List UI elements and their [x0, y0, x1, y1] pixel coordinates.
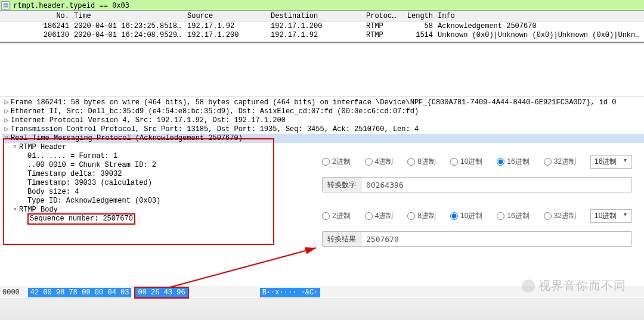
- radix-8[interactable]: 8进制: [407, 211, 436, 221]
- hex-bytes-2[interactable]: 00 26 43 96: [135, 287, 188, 298]
- radix-2[interactable]: 2进制: [322, 157, 351, 167]
- radix-conversion-panel: 2进制 4进制 8进制 10进制 16进制 32进制 16进制 转换数字 002…: [322, 155, 632, 247]
- tree-frame[interactable]: ▷Frame 186241: 58 bytes on wire (464 bit…: [2, 98, 644, 107]
- output-radix-select[interactable]: 10进制: [590, 209, 632, 223]
- hex-offset: 0000: [2, 288, 20, 297]
- tree-tcp[interactable]: ▷Transmission Control Protocol, Src Port…: [2, 125, 644, 134]
- tree-rtmp-header[interactable]: ▿RTMP Header: [2, 143, 644, 152]
- col-len-header[interactable]: Length: [400, 11, 435, 21]
- expand-icon[interactable]: ▷: [2, 116, 11, 125]
- tree-rtmp[interactable]: ▿Real Time Messaging Protocol (Acknowled…: [2, 134, 644, 143]
- col-src-header[interactable]: Source: [185, 11, 268, 21]
- collapse-icon[interactable]: ▿: [2, 134, 11, 143]
- watermark: 视界音你而不同: [522, 278, 626, 294]
- radix-10[interactable]: 10进制: [450, 211, 482, 221]
- packet-row[interactable]: 206130 2020-04-01 16:24:08.952914 192.17…: [0, 30, 644, 39]
- packet-row[interactable]: 186241 2020-04-01 16:23:25.851876 192.17…: [0, 21, 644, 30]
- col-time-header[interactable]: Time: [72, 11, 185, 21]
- conversion-result-value: 2507670: [361, 232, 631, 246]
- collapse-icon[interactable]: ▿: [11, 143, 19, 152]
- col-dst-header[interactable]: Destination: [268, 11, 364, 21]
- bookmark-icon[interactable]: ▤: [1, 1, 10, 10]
- packet-list-header: No. Time Source Destination Protocol Len…: [0, 11, 644, 21]
- radix-32[interactable]: 32进制: [544, 211, 576, 221]
- conversion-number-row: 转换数字 00264396: [322, 177, 632, 192]
- col-info-header[interactable]: Info: [435, 11, 644, 21]
- tree-ip[interactable]: ▷Internet Protocol Version 4, Src: 192.1…: [2, 116, 644, 125]
- conversion-number-input[interactable]: 00264396: [361, 178, 631, 192]
- status-bar: [0, 299, 644, 320]
- conversion-result-label: 转换结果: [323, 232, 361, 246]
- hex-ascii: B··x···· ·&C·: [260, 288, 321, 297]
- wechat-icon: [522, 279, 535, 293]
- radix-4[interactable]: 4进制: [365, 157, 394, 167]
- display-filter-input[interactable]: [11, 1, 643, 10]
- radix-4[interactable]: 4进制: [365, 211, 394, 221]
- collapse-icon[interactable]: ▿: [11, 206, 19, 215]
- input-radix-group: 2进制 4进制 8进制 10进制 16进制 32进制 16进制: [322, 155, 632, 169]
- expand-icon[interactable]: ▷: [2, 107, 11, 116]
- svg-line-0: [170, 248, 316, 287]
- tree-eth[interactable]: ▷Ethernet II, Src: Dell_bc:35:d9 (e4:54:…: [2, 107, 644, 116]
- radix-16[interactable]: 16进制: [497, 211, 529, 221]
- annotation-arrow: [167, 244, 322, 292]
- blank-area: [0, 43, 644, 97]
- input-radix-select[interactable]: 16进制: [590, 155, 632, 169]
- display-filter-bar[interactable]: ▤: [0, 0, 644, 11]
- conversion-result-row: 转换结果 2507670: [322, 231, 632, 247]
- expand-icon[interactable]: ▷: [2, 125, 11, 134]
- packet-list[interactable]: 186241 2020-04-01 16:23:25.851876 192.17…: [0, 21, 644, 43]
- conversion-number-label: 转换数字: [323, 178, 361, 192]
- radix-8[interactable]: 8进制: [407, 157, 436, 167]
- expand-icon[interactable]: ▷: [2, 98, 11, 107]
- col-proto-header[interactable]: Protocol: [364, 11, 400, 21]
- hex-bytes-1[interactable]: 42 00 98 78 00 00 04 03: [28, 288, 132, 297]
- radix-16[interactable]: 16进制: [497, 157, 529, 167]
- output-radix-group: 2进制 4进制 8进制 10进制 16进制 32进制 10进制: [322, 209, 632, 223]
- radix-2[interactable]: 2进制: [322, 211, 351, 221]
- col-no-header[interactable]: No.: [0, 11, 72, 21]
- radix-10[interactable]: 10进制: [450, 157, 482, 167]
- radix-32[interactable]: 32进制: [544, 157, 576, 167]
